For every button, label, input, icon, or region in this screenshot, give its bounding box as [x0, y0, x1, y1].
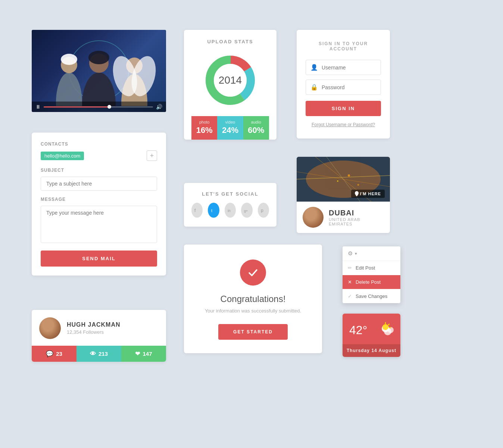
profile-name: HUGH JACKMAN: [67, 321, 121, 328]
avatar-image: [39, 317, 61, 339]
facebook-icon[interactable]: f: [191, 203, 203, 218]
profile-followers: 12,354 Followers: [67, 329, 121, 335]
photo-pct: 16%: [191, 125, 217, 135]
weather-date: Thursday 14 August: [343, 344, 400, 357]
video-pct: 24%: [217, 125, 243, 135]
save-changes-item[interactable]: ✓ Save Changes: [343, 289, 400, 303]
password-input[interactable]: [322, 84, 376, 90]
video-player: ⏸ 🔊: [32, 30, 166, 112]
edit-post-item[interactable]: ✏ Edit Post: [343, 261, 400, 275]
social-icons: f t in g+ p: [191, 203, 269, 218]
im-here-badge: I'M HERE: [351, 190, 385, 198]
check-icon: ✓: [348, 293, 352, 299]
contact-form-card: CONTACTS hello@hello.com + SUBJECT MESSA…: [32, 133, 166, 276]
delete-post-label: Delete Post: [356, 279, 381, 285]
location-text: DUBAI UNITED ARAB EMIRATES: [329, 209, 384, 226]
likes-count: 147: [143, 351, 152, 357]
edit-post-label: Edit Post: [356, 265, 375, 271]
twitter-icon[interactable]: t: [208, 203, 219, 218]
password-input-group: 🔒: [306, 80, 381, 95]
stats-bars: photo 16% video 24% audio 60%: [191, 116, 269, 140]
profile-info: HUGH JACKMAN 12,354 Followers: [32, 310, 166, 346]
comments-count: 23: [56, 351, 62, 357]
delete-post-item[interactable]: ✕ Delete Post: [343, 275, 400, 289]
donut-chart: 2014: [200, 50, 260, 110]
views-icon: 👁: [90, 351, 96, 357]
audio-label: audio: [243, 120, 269, 124]
progress-bar[interactable]: [44, 106, 153, 108]
signin-button[interactable]: SIGN IN: [306, 101, 381, 116]
message-field-group: MESSAGE: [41, 197, 157, 245]
svg-point-27: [348, 174, 350, 177]
username-input-group: 👤: [306, 60, 381, 75]
video-controls[interactable]: ⏸ 🔊: [32, 102, 166, 112]
svg-point-29: [357, 184, 359, 186]
stat-bar-video: video 24%: [217, 116, 243, 140]
social-title: LET'S GET SOCIAL: [191, 191, 269, 197]
message-input[interactable]: [41, 206, 157, 243]
pause-button[interactable]: ⏸: [35, 104, 41, 110]
svg-point-33: [382, 324, 388, 330]
get-started-button[interactable]: GET STARTED: [218, 324, 288, 340]
stat-bar-audio: audio 60%: [243, 116, 269, 140]
svg-text:t: t: [211, 208, 212, 213]
gear-icon: ⚙: [348, 250, 353, 257]
donut-label: 2014: [219, 74, 242, 86]
edit-icon: ✏: [348, 265, 352, 271]
congrats-subtitle: Your information was successfully submit…: [195, 308, 311, 314]
video-label: video: [217, 120, 243, 124]
send-mail-button[interactable]: SEND MAIL: [41, 251, 157, 267]
profile-card: HUGH JACKMAN 12,354 Followers 💬 23 👁 213…: [32, 310, 166, 362]
signin-card: SIGN IN TO YOUR ACCOUNT 👤 🔒 SIGN IN Forg…: [297, 30, 390, 139]
googleplus-icon[interactable]: g+: [241, 203, 252, 218]
stat-likes: ❤ 147: [121, 346, 166, 362]
signin-title: SIGN IN TO YOUR ACCOUNT: [306, 41, 381, 52]
photo-label: photo: [191, 120, 217, 124]
contact-email-tag[interactable]: hello@hello.com: [41, 152, 84, 160]
weather-card: 42° Thursday 14 August: [343, 314, 400, 357]
svg-text:in: in: [228, 209, 231, 213]
svg-line-35: [388, 324, 390, 325]
subject-field-group: SUBJECT: [41, 168, 157, 191]
location-pin-icon: [355, 191, 359, 196]
location-user: DUBAI UNITED ARAB EMIRATES: [297, 202, 390, 233]
stat-comments: 💬 23: [32, 346, 76, 362]
location-avatar: [303, 207, 324, 228]
svg-text:g+: g+: [244, 209, 248, 213]
linkedin-icon[interactable]: in: [225, 203, 236, 218]
upload-stats-title: UPLOAD STATS: [191, 39, 269, 44]
svg-point-4: [82, 72, 116, 106]
contacts-label: CONTACTS: [41, 141, 157, 147]
congrats-card: Congratulations! Your information was su…: [184, 245, 322, 353]
pinterest-icon[interactable]: p: [258, 203, 269, 218]
svg-point-28: [337, 180, 338, 182]
forgot-password-link[interactable]: Forgot Username or Password?: [306, 122, 381, 127]
checkmark-icon: [247, 267, 259, 279]
donut-chart-container: 2014: [191, 50, 269, 116]
dropdown-menu: ⚙ ▾ ✏ Edit Post ✕ Delete Post ✓ Save Cha…: [343, 246, 400, 303]
username-input[interactable]: [322, 65, 376, 71]
add-contact-button[interactable]: +: [147, 150, 157, 161]
stat-views: 👁 213: [76, 346, 121, 362]
progress-fill: [44, 106, 109, 108]
chevron-down-icon: ▾: [355, 251, 357, 256]
audio-pct: 60%: [243, 125, 269, 135]
progress-thumb: [107, 105, 111, 109]
weather-sun-icon: [377, 320, 394, 340]
comments-icon: 💬: [46, 350, 53, 357]
svg-point-6: [88, 51, 109, 64]
profile-stats: 💬 23 👁 213 ❤ 147: [32, 346, 166, 362]
volume-button[interactable]: 🔊: [156, 104, 162, 110]
location-card: I'M HERE DUBAI UNITED ARAB EMIRATES: [297, 157, 390, 233]
weather-top: 42°: [343, 314, 400, 344]
dropdown-header[interactable]: ⚙ ▾: [343, 246, 400, 261]
subject-label: SUBJECT: [41, 168, 157, 173]
congrats-title: Congratulations!: [195, 294, 311, 304]
likes-icon: ❤: [135, 350, 140, 357]
location-country: UNITED ARAB EMIRATES: [329, 217, 384, 226]
save-changes-label: Save Changes: [356, 293, 387, 299]
views-count: 213: [99, 351, 108, 357]
subject-input[interactable]: [41, 177, 157, 191]
message-label: MESSAGE: [41, 197, 157, 202]
svg-point-1: [56, 72, 82, 106]
